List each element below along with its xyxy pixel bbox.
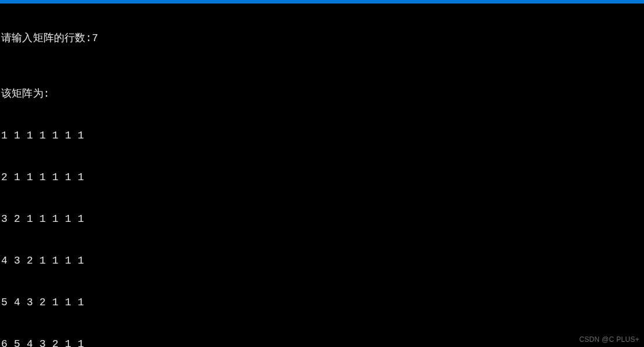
matrix1-row: 5 4 3 2 1 1 1 bbox=[1, 295, 644, 309]
prompt-label: 请输入矩阵的行数: bbox=[1, 32, 92, 44]
matrix1-row: 1 1 1 1 1 1 1 bbox=[1, 129, 644, 143]
console-window: 请输入矩阵的行数:7 该矩阵为: 1 1 1 1 1 1 1 2 1 1 1 1… bbox=[0, 0, 644, 347]
prompt-line: 请输入矩阵的行数:7 bbox=[1, 31, 644, 45]
matrix1-header: 该矩阵为: bbox=[1, 87, 644, 101]
matrix1-row: 2 1 1 1 1 1 1 bbox=[1, 170, 644, 184]
matrix1-row: 4 3 2 1 1 1 1 bbox=[1, 254, 644, 268]
matrix1-row: 3 2 1 1 1 1 1 bbox=[1, 212, 644, 226]
matrix1-row: 6 5 4 3 2 1 1 bbox=[1, 337, 644, 347]
prompt-value: 7 bbox=[92, 32, 99, 44]
console-output[interactable]: 请输入矩阵的行数:7 该矩阵为: 1 1 1 1 1 1 1 2 1 1 1 1… bbox=[0, 3, 644, 347]
